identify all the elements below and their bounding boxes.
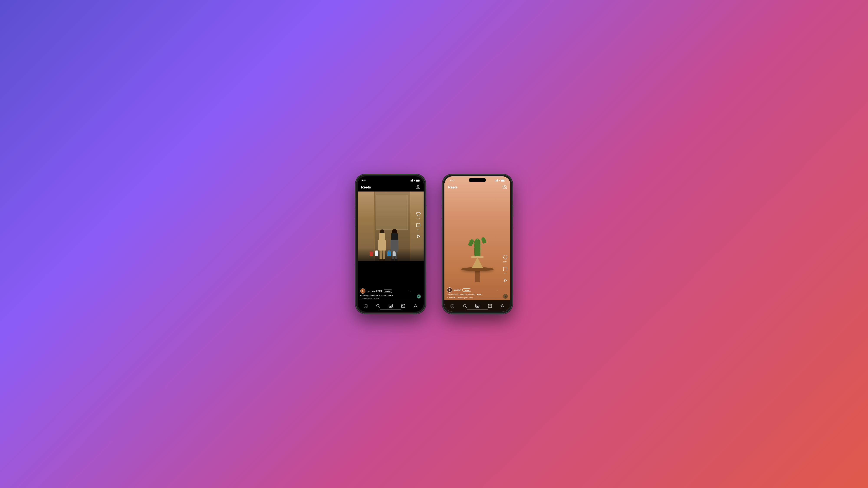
- share-button-2[interactable]: [502, 278, 508, 284]
- comment-button-1[interactable]: 51: [415, 222, 422, 231]
- share-icon-1[interactable]: [415, 233, 422, 239]
- svg-point-14: [477, 305, 478, 307]
- nav-reels-2[interactable]: [475, 304, 479, 308]
- comment-count-1: 51: [417, 229, 420, 231]
- caption-1: Everthing about here is unreal...more: [360, 295, 411, 297]
- follow-button-1[interactable]: Follow: [384, 290, 392, 293]
- nav-search-1[interactable]: [376, 304, 380, 308]
- svg-point-5: [390, 305, 392, 307]
- bottom-info-1: S hey_sarah2002 Follow ··· Everthing abo…: [358, 289, 414, 300]
- status-bar-2: 9:41 ⌖: [444, 176, 510, 183]
- share-button-1[interactable]: [415, 233, 422, 239]
- nav-home-2[interactable]: [450, 304, 455, 308]
- svg-rect-11: [504, 185, 506, 186]
- comment-icon-2[interactable]: [502, 266, 508, 272]
- wifi-icon-1: ⌖: [414, 180, 415, 182]
- user-avatar-1: S: [360, 289, 365, 294]
- top-bar-1: Reels: [358, 183, 424, 192]
- camera-button-1[interactable]: [416, 185, 420, 190]
- svg-point-17: [502, 304, 503, 306]
- nav-shop-1[interactable]: [401, 304, 405, 308]
- avatar-image-1: S: [361, 289, 365, 293]
- music-row-1: ♪ Justin Bieber · Ghost: [360, 298, 411, 300]
- like-count-2: 823k: [503, 261, 507, 263]
- heart-icon-2[interactable]: [502, 254, 508, 260]
- nav-reels-1[interactable]: [389, 304, 393, 308]
- battery-icon-1: [416, 180, 420, 182]
- wifi-icon-2: ⌖: [499, 180, 500, 182]
- username-1: hey_sarah2002: [367, 290, 382, 292]
- user-row-1: S hey_sarah2002 Follow ···: [360, 289, 411, 294]
- music-track-1: Ghost: [374, 298, 379, 300]
- follow-button-2[interactable]: Follow: [462, 289, 471, 292]
- nav-profile-2[interactable]: [500, 304, 504, 308]
- comment-button-2[interactable]: 51: [502, 266, 508, 274]
- phone-1: 9:41 ⌖ Reels: [356, 174, 425, 314]
- svg-point-1: [417, 187, 419, 188]
- svg-rect-2: [417, 185, 419, 186]
- reels-title-1: Reels: [361, 185, 371, 190]
- notch: [380, 176, 401, 181]
- music-row-2: ♪ Wiz Kid · Essence (feat. Tems): [447, 296, 498, 299]
- svg-rect-0: [416, 186, 420, 189]
- svg-rect-9: [503, 186, 507, 189]
- svg-point-8: [415, 304, 416, 306]
- svg-point-10: [504, 187, 506, 188]
- music-track-2: Essence (feat. Tems): [457, 297, 473, 299]
- home-indicator-2: [467, 310, 488, 311]
- like-button-1[interactable]: 823k: [415, 211, 422, 220]
- music-artist-1: Justin Bieber: [362, 298, 372, 300]
- avatar-image-2: E: [447, 288, 452, 292]
- reels-title-2: Reels: [448, 185, 458, 190]
- battery-icon-2: [501, 180, 505, 182]
- like-count-1: 823k: [416, 218, 420, 220]
- heart-icon-1[interactable]: [415, 211, 422, 217]
- signal-icon-2: [495, 180, 498, 182]
- music-disc-2[interactable]: [503, 294, 508, 299]
- nav-profile-1[interactable]: [413, 304, 418, 308]
- camera-button-2[interactable]: [503, 185, 507, 190]
- music-disc-1[interactable]: [416, 294, 421, 299]
- top-bar-2: Reels: [444, 183, 510, 192]
- like-button-2[interactable]: 823k: [502, 254, 508, 263]
- phones-container: 9:41 ⌖ Reels: [356, 174, 512, 314]
- svg-rect-4: [389, 304, 393, 308]
- phone-1-screen: 9:41 ⌖ Reels: [358, 176, 424, 312]
- user-avatar-2: E: [447, 287, 452, 293]
- music-note-2: ♪: [447, 296, 448, 299]
- svg-rect-13: [476, 304, 479, 308]
- caption-2: I love the color composition of th...mor…: [447, 293, 498, 296]
- nav-shop-2[interactable]: [488, 304, 492, 308]
- username-2: eloears: [454, 289, 461, 291]
- music-note-1: ♪: [360, 298, 361, 300]
- user-row-2: E eloears Follow ···: [447, 287, 498, 293]
- music-artist-2: Wiz Kid: [449, 297, 455, 299]
- comment-icon-1[interactable]: [415, 222, 422, 228]
- nav-home-1[interactable]: [364, 304, 368, 308]
- comment-count-2: 51: [504, 272, 506, 274]
- home-indicator-1: [380, 310, 401, 311]
- phone-2: 9:41 ⌖ Reels: [443, 174, 512, 314]
- status-time-1: 9:41: [362, 180, 366, 182]
- action-buttons-1: 823k 51: [415, 211, 422, 239]
- shopping-scene: 823k 51: [358, 192, 424, 261]
- action-buttons-2: 823k 51: [502, 254, 508, 284]
- nav-search-2[interactable]: [463, 304, 467, 308]
- share-icon-2[interactable]: [502, 278, 508, 284]
- more-options-2[interactable]: ···: [495, 288, 498, 292]
- signal-icon-1: [410, 180, 413, 182]
- bottom-info-2: E eloears Follow ··· I love the color co…: [444, 287, 501, 299]
- more-options-1[interactable]: ···: [409, 289, 411, 293]
- status-time-2: 9:41: [448, 180, 455, 182]
- video-area-1[interactable]: 823k 51: [358, 192, 424, 261]
- status-icons-1: ⌖: [410, 180, 420, 182]
- status-icons-2: ⌖: [495, 180, 506, 182]
- phone-2-screen: 9:41 ⌖ Reels: [444, 176, 510, 312]
